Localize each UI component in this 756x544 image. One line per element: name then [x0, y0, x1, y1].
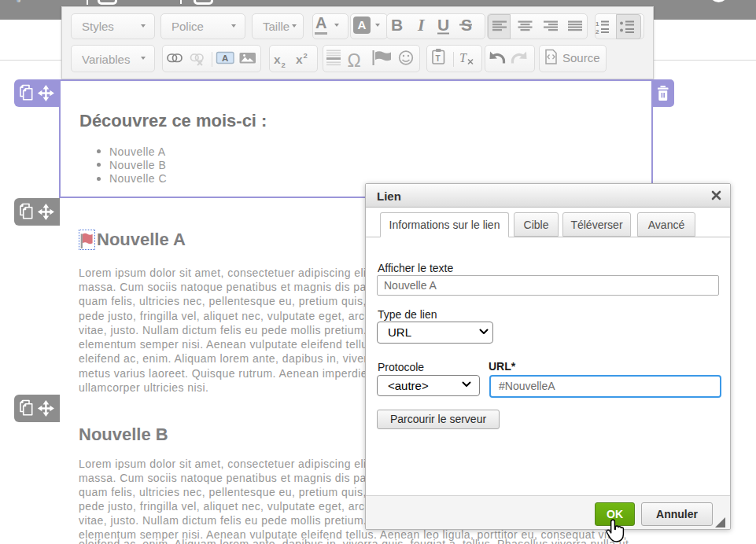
svg-text:2: 2 [596, 28, 599, 35]
svg-text:I: I [417, 15, 426, 35]
svg-text:x: x [274, 53, 281, 66]
svg-text:U: U [437, 16, 449, 34]
svg-text:2: 2 [282, 61, 286, 69]
svg-text:Ω: Ω [348, 50, 361, 71]
svg-text:A: A [222, 53, 228, 63]
svg-text:1: 1 [596, 20, 599, 28]
svg-text:2: 2 [304, 51, 308, 60]
svg-text:T: T [436, 54, 441, 63]
svg-text:B: B [391, 16, 403, 34]
svg-text:T: T [459, 51, 467, 64]
svg-text:x: x [296, 53, 303, 66]
